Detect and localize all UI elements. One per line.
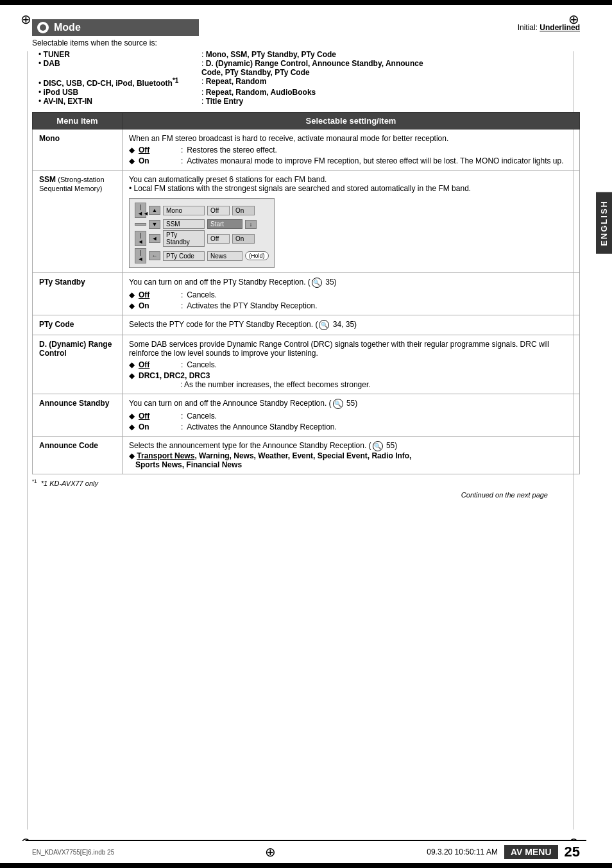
ssm-image-row4: |◄ ← PTy Code News (Hold)	[135, 248, 269, 263]
ipod-settings: Repeat, Random, AudioBooks	[206, 88, 316, 97]
footer: EN_KDAVX7755[E]6.indb 25 ⊕ 09.3.20 10:50…	[0, 840, 612, 863]
diamond-drc-off: ◆	[129, 360, 135, 369]
tuner-settings: Mono, SSM, PTy Standby, PTy Code	[206, 50, 336, 59]
main-content: Mode Initial: Underlined Selectable item…	[0, 0, 612, 531]
ssm-down-btn[interactable]: ▼	[149, 220, 160, 229]
ssm-skip-btn[interactable]: |◄◄	[135, 203, 146, 218]
announce-code-values: ◆ Transport News, Warning, News, Weather…	[129, 451, 411, 469]
pty-standby-on-key: On	[139, 301, 177, 310]
drc-codes-desc: : As the number increases, the effect be…	[129, 380, 573, 389]
pty-standby-label: PTy Standby	[39, 278, 85, 287]
footer-file: EN_KDAVX7755[E]6.indb 25	[32, 849, 114, 856]
drc-codes-key: DRC1, DRC2, DRC3	[139, 371, 210, 380]
main-table: Menu item Selectable setting/item Mono W…	[32, 112, 580, 474]
sources-grid: • TUNER : Mono, SSM, PTy Standby, PTy Co…	[32, 50, 580, 106]
pty-standby-on-value: Activates the PTY Standby Reception.	[187, 301, 317, 310]
mono-menu-item: Mono	[33, 129, 123, 171]
announce-standby-on-row: ◆ On : Activates the Announce Standby Re…	[129, 422, 573, 431]
page: ⊕ ⊕ ⊕ ⊕ ENGLISH Mode Initial: Underlined…	[0, 0, 612, 868]
ssm-image: |◄◄ ▲ Mono Off On ▼ SSM Start	[129, 198, 275, 268]
diamond-drc-codes: ◆	[129, 371, 135, 380]
ssm-pty-on-val: On	[232, 234, 255, 244]
source-dab-label: • DAB	[32, 59, 199, 77]
ssm-down-prev-btn[interactable]	[135, 223, 146, 226]
announce-standby-label: Announce Standby	[39, 399, 109, 408]
mode-bar: Mode	[32, 19, 199, 36]
mono-on-value: Activates monaural mode to improve FM re…	[187, 156, 563, 165]
ssm-menu-item: SSM (Strong-station Sequential Memory)	[33, 171, 123, 273]
ssm-skip2-btn[interactable]: |◄	[135, 231, 146, 246]
source-avin-label: • AV-IN, EXT-IN	[32, 97, 199, 106]
ssm-up-btn[interactable]: ▲	[149, 206, 160, 215]
page-number: 25	[565, 844, 580, 860]
ssm-pty-code-label: PTy Code	[163, 251, 205, 261]
mono-off-value: Restores the stereo effect.	[187, 146, 277, 154]
avin-label: AV-IN, EXT-IN	[44, 97, 92, 106]
pty-standby-on-row: ◆ On : Activates the PTY Standby Recepti…	[129, 301, 573, 310]
source-tuner-label: • TUNER	[32, 50, 199, 59]
drc-label: D. (Dynamic) Range Control	[39, 340, 112, 358]
ssm-off-val: Off	[207, 206, 230, 215]
ref-icon-pty: 🔍	[312, 278, 322, 288]
selectable-intro: Selectable items when the source is:	[32, 38, 580, 47]
col1-header: Menu item	[33, 113, 123, 129]
drc-description: Some DAB services provide Dynamic Range …	[129, 340, 550, 358]
announce-standby-menu-item: Announce Standby	[33, 394, 123, 437]
diamond-pty-on: ◆	[129, 301, 135, 310]
announce-standby-off-value: Cancels.	[187, 412, 217, 421]
ref-icon-announce: 🔍	[333, 399, 343, 409]
ref-icon-announce-code: 🔍	[373, 441, 383, 451]
bottom-border	[0, 863, 612, 868]
ssm-pty-off-val: Off	[207, 234, 230, 244]
drc-codes-row: ◆ DRC1, DRC2, DRC3	[129, 371, 573, 380]
diamond-pty-off: ◆	[129, 290, 135, 299]
pty-code-settings: Selects the PTY code for the PTY Standby…	[123, 315, 580, 335]
source-disc-settings: : Repeat, Random	[199, 77, 580, 88]
mono-off-row: ◆ Off : Restores the stereo effect.	[129, 146, 573, 154]
diamond-icon-mono-off: ◆	[129, 146, 135, 154]
mode-header-row: Mode Initial: Underlined	[32, 19, 580, 36]
pty-code-label: PTy Code	[39, 320, 74, 329]
diamond-announce-off: ◆	[129, 412, 135, 421]
ref-icon-pty-code: 🔍	[319, 320, 329, 330]
footnote: *1 *1 KD-AVX77 only	[32, 478, 580, 487]
pty-standby-off-key: Off	[139, 290, 177, 299]
disc-label: DISC, USB, CD-CH, iPod, Bluetooth*1	[44, 79, 179, 88]
announce-code-label: Announce Code	[39, 441, 98, 450]
announce-standby-desc: You can turn on and off the Announce Sta…	[129, 399, 357, 408]
table-row-pty-code: PTy Code Selects the PTY code for the PT…	[33, 315, 580, 335]
mono-description: When an FM stereo broadcast is hard to r…	[129, 134, 448, 143]
ssm-prev-btn[interactable]: |◄	[135, 248, 146, 263]
announce-standby-off-row: ◆ Off : Cancels.	[129, 412, 573, 421]
pty-standby-desc: You can turn on and off the PTy Standby …	[129, 278, 337, 287]
tuner-label: TUNER	[44, 50, 70, 59]
announce-standby-off-key: Off	[139, 412, 177, 421]
drc-settings: Some DAB services provide Dynamic Range …	[123, 335, 580, 394]
pty-standby-off-row: ◆ Off : Cancels.	[129, 290, 573, 299]
dab-label: DAB	[44, 59, 60, 68]
ssm-news-val: News	[207, 251, 242, 261]
ssm-back-btn[interactable]: ←	[149, 251, 160, 260]
pty-standby-off-value: Cancels.	[187, 290, 217, 299]
mode-icon	[37, 22, 49, 33]
ipod-label: iPod USB	[44, 88, 79, 97]
footer-inner: EN_KDAVX7755[E]6.indb 25 ⊕ 09.3.20 10:50…	[0, 841, 612, 863]
ssm-pty-standby-label: PTy Standby	[163, 230, 205, 247]
announce-standby-on-key: On	[139, 422, 177, 431]
ssm-hold-badge: (Hold)	[245, 251, 269, 260]
table-row-pty-standby: PTy Standby You can turn on and off the …	[33, 273, 580, 315]
dab-settings: D. (Dynamic) Range Control, Announce Sta…	[201, 59, 423, 77]
ssm-right-btn[interactable]: ↓	[245, 220, 257, 229]
announce-code-desc: Selects the announcement type for the An…	[129, 441, 397, 450]
footer-timestamp: 09.3.20 10:50:11 AM	[427, 847, 498, 856]
mode-title: Mode	[54, 22, 81, 33]
drc-off-key: Off	[139, 360, 177, 369]
pty-code-desc: Selects the PTY code for the PTY Standby…	[129, 320, 357, 329]
announce-standby-on-value: Activates the Announce Standby Reception…	[187, 422, 337, 431]
disc-settings: Repeat, Random	[206, 77, 267, 86]
ssm-left-btn[interactable]: ◄	[149, 234, 160, 243]
pty-standby-settings: You can turn on and off the PTy Standby …	[123, 273, 580, 315]
pty-standby-menu-item: PTy Standby	[33, 273, 123, 315]
mono-off-key: Off	[139, 146, 177, 154]
mono-on-key: On	[139, 156, 177, 165]
